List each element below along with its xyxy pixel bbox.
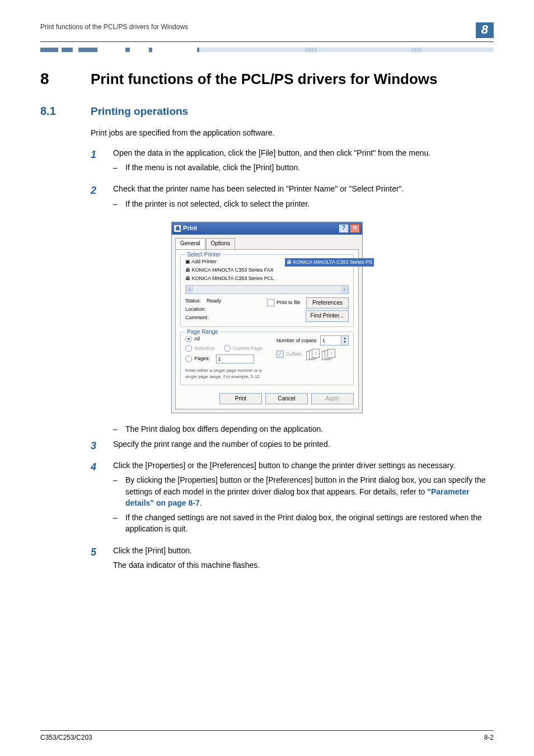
printer-pcl-item[interactable]: 🖶 KONICA MINOLTA C353 Series PCL — [185, 275, 274, 282]
decorative-bar — [40, 48, 494, 52]
breadcrumb: Print functions of the PCL/PS drivers fo… — [40, 22, 188, 32]
step-number-2: 2 — [91, 183, 113, 213]
help-button[interactable]: ? — [339, 224, 349, 233]
pages-input[interactable] — [216, 354, 254, 363]
step-number-3: 3 — [91, 438, 113, 453]
radio-all-label: All — [194, 335, 200, 343]
chapter-title-text: Print functions of the PCL/PS drivers fo… — [91, 69, 437, 90]
collate-label: Collate — [286, 351, 302, 358]
collate-checkbox[interactable]: ✓ — [277, 351, 284, 358]
location-label: Location: — [185, 306, 221, 313]
step-3-text: Specify the print range and the number o… — [113, 438, 494, 450]
section-number: 8.1 — [40, 103, 91, 119]
copies-label: Number of copies: — [277, 338, 317, 343]
close-button[interactable]: ✕ — [350, 224, 360, 233]
select-printer-legend: Select Printer — [185, 251, 222, 259]
print-button[interactable]: Print — [219, 393, 262, 405]
footer-right: 8-2 — [484, 733, 494, 743]
step-2-sub-1: –If the printer is not selected, click t… — [113, 198, 494, 209]
pages-help-text: Enter either a single page number or a s… — [185, 367, 269, 380]
step-4-sub-1: –By clicking the [Properties] button or … — [113, 474, 494, 508]
apply-button: Apply — [311, 393, 354, 405]
comment-label: Comment: — [185, 314, 221, 321]
printer-fax-item[interactable]: 🖶 KONICA MINOLTA C353 Series FAX — [185, 267, 274, 274]
radio-pages[interactable] — [185, 356, 192, 362]
status-label: Status: — [185, 298, 201, 304]
printer-list-scrollbar[interactable]: ‹ › — [185, 285, 349, 294]
step-number-5: 5 — [91, 545, 113, 575]
tab-general[interactable]: General — [175, 238, 205, 249]
copies-input[interactable] — [321, 336, 341, 345]
page-range-legend: Page Range — [185, 328, 220, 337]
scroll-left-icon[interactable]: ‹ — [186, 286, 193, 293]
preferences-button[interactable]: Preferences — [306, 297, 349, 309]
chapter-number: 8 — [40, 68, 91, 91]
chapter-badge: 8 — [476, 22, 494, 38]
print-to-file-label: Print to file — [277, 299, 301, 306]
radio-all[interactable] — [185, 335, 192, 342]
status-value: Ready — [207, 298, 221, 304]
section-title-text: Printing operations — [91, 104, 188, 119]
step-4-sub-2: –If the changed settings are not saved i… — [113, 512, 494, 535]
section-intro: Print jobs are specified from the applic… — [91, 127, 494, 138]
radio-pages-label: Pages: — [194, 355, 210, 362]
step-1-text: Open the data in the application, click … — [113, 147, 494, 158]
step-1-sub-1: –If the menu is not available, click the… — [113, 162, 494, 173]
print-dialog: 🖶Print ? ✕ General Options Select Printe… — [171, 222, 363, 413]
find-printer-button[interactable]: Find Printer... — [306, 310, 349, 322]
step-5-after: The data indicator of this machine flash… — [113, 559, 494, 571]
print-to-file-checkbox[interactable] — [267, 299, 274, 306]
step-2-sub-2: –The Print dialog box differs depending … — [113, 423, 494, 435]
step-number-4: 4 — [91, 460, 113, 538]
step-2-text: Check that the printer name has been sel… — [113, 183, 494, 194]
collate-icon: 123 123 — [306, 349, 335, 360]
printer-icon: 🖶 — [174, 225, 181, 232]
section-title: 8.1 Printing operations — [40, 103, 494, 119]
radio-current-page — [224, 345, 231, 352]
step-number-1: 1 — [91, 147, 113, 177]
step-4-text: Click the [Properties] or the [Preferenc… — [113, 460, 494, 471]
radio-current-page-label: Current Page — [233, 345, 263, 352]
chapter-title: 8 Print functions of the PCL/PS drivers … — [40, 68, 494, 91]
step-5-text: Click the [Print] button. — [113, 545, 494, 556]
radio-selection — [185, 345, 192, 352]
scroll-right-icon[interactable]: › — [341, 286, 348, 293]
cancel-button[interactable]: Cancel — [265, 393, 308, 405]
footer-left: C353/C253/C203 — [40, 733, 92, 743]
dialog-title: Print — [183, 225, 197, 231]
add-printer-item[interactable]: ▣ Add Printer — [185, 258, 274, 265]
tab-options[interactable]: Options — [206, 238, 235, 249]
printer-ps-item-selected[interactable]: 🖶 KONICA MINOLTA C353 Series PS — [285, 258, 374, 267]
copies-spinner[interactable]: ▲▼ — [341, 336, 348, 345]
radio-selection-label: Selection — [194, 345, 215, 352]
